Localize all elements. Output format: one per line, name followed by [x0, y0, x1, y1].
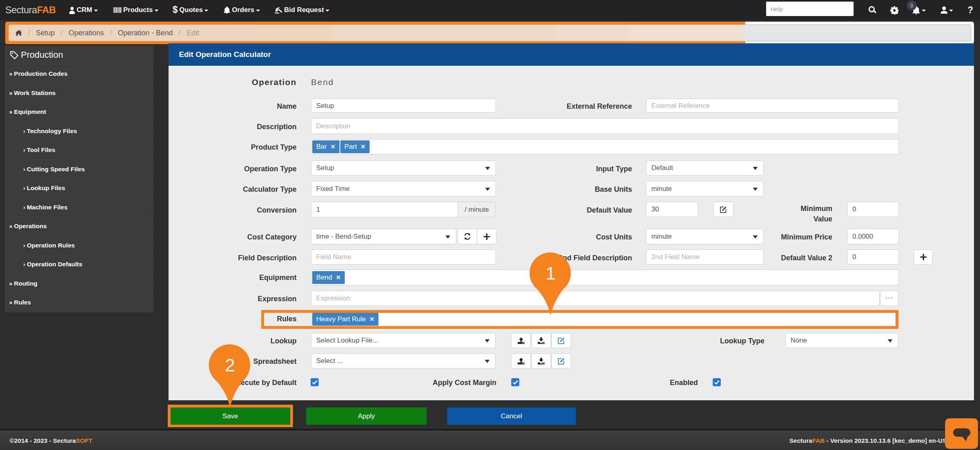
svg-text:2: 2 — [225, 355, 235, 375]
svg-text:1: 1 — [545, 263, 555, 284]
